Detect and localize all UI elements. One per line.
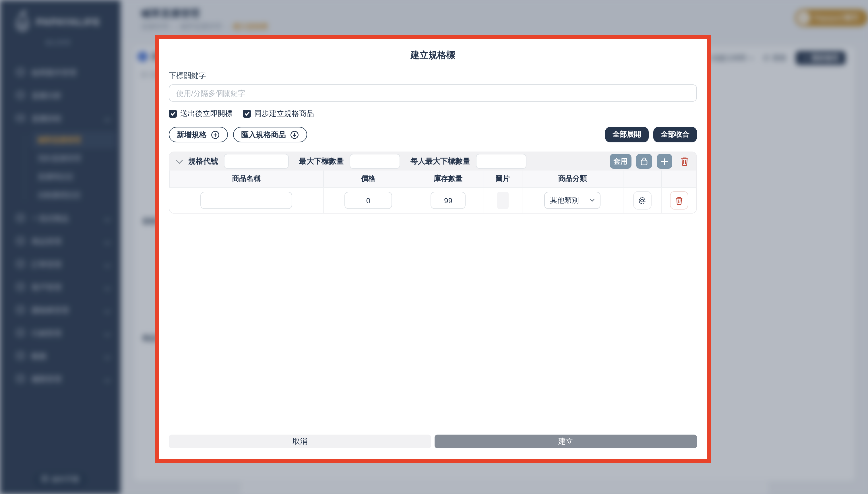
product-name-input[interactable] xyxy=(200,192,292,209)
import-spec-button[interactable]: 匯入規格商品 xyxy=(233,127,307,142)
column-header: 圖片 xyxy=(483,171,522,187)
spec-products-table: 商品名稱價格庫存數量圖片商品分類 其他類別 xyxy=(169,171,696,213)
collapse-all-button[interactable]: 全部收合 xyxy=(653,127,697,142)
spec-block: 規格代號 最大下標數量 每人最大下標數量 套用 xyxy=(169,152,697,213)
add-spec-button[interactable]: 新增規格 xyxy=(169,127,228,142)
column-header: 價格 xyxy=(323,171,413,187)
row-delete-button[interactable] xyxy=(670,191,688,210)
per-user-max-label: 每人最大下標數量 xyxy=(410,156,470,167)
keyword-label: 下標關鍵字 xyxy=(169,71,697,81)
delete-spec-button[interactable] xyxy=(679,157,690,166)
modal-title: 建立規格標 xyxy=(169,50,697,61)
open-bid-checkbox[interactable]: 送出後立即開標 xyxy=(169,109,232,119)
checkbox-checked-icon xyxy=(243,110,251,118)
bag-button[interactable] xyxy=(636,154,652,169)
column-header: 商品分類 xyxy=(522,171,623,187)
per-user-max-input[interactable] xyxy=(476,154,526,169)
plus-icon xyxy=(661,157,668,165)
expand-all-button[interactable]: 全部展開 xyxy=(605,127,649,142)
spec-code-label: 規格代號 xyxy=(188,156,218,167)
checkbox-checked-icon xyxy=(169,110,177,118)
cancel-button[interactable]: 取消 xyxy=(169,435,431,448)
trash-icon xyxy=(680,157,689,166)
max-bid-label: 最大下標數量 xyxy=(299,156,344,167)
price-input[interactable] xyxy=(344,192,392,209)
table-header-row: 商品名稱價格庫存數量圖片商品分類 xyxy=(170,171,696,187)
collapse-chevron-icon[interactable] xyxy=(176,156,183,167)
max-bid-input[interactable] xyxy=(350,154,400,169)
spec-header-row: 規格代號 最大下標數量 每人最大下標數量 套用 xyxy=(169,152,696,171)
spec-code-input[interactable] xyxy=(224,154,289,169)
category-select[interactable]: 其他類別 xyxy=(544,192,601,209)
apply-button[interactable]: 套用 xyxy=(610,154,632,169)
trash-icon xyxy=(675,196,683,205)
image-placeholder[interactable] xyxy=(497,192,508,209)
add-row-button[interactable] xyxy=(657,154,672,169)
create-spec-tag-modal: 建立規格標 下標關鍵字 送出後立即開標 同步建立規格商品 新增規格 xyxy=(155,35,711,463)
column-header xyxy=(661,171,696,187)
download-circle-icon xyxy=(290,130,299,139)
chevron-down-icon xyxy=(590,198,595,202)
keyword-input[interactable] xyxy=(169,84,697,101)
shopping-bag-icon xyxy=(640,157,648,166)
column-header xyxy=(623,171,661,187)
plus-circle-icon xyxy=(211,130,220,139)
gear-icon xyxy=(637,195,647,205)
column-header: 商品名稱 xyxy=(170,171,323,187)
stock-input[interactable] xyxy=(430,192,466,209)
column-header: 庫存數量 xyxy=(413,171,483,187)
create-button[interactable]: 建立 xyxy=(435,435,697,448)
table-row: 其他類別 xyxy=(170,187,696,213)
row-settings-button[interactable] xyxy=(633,191,651,210)
sync-product-checkbox[interactable]: 同步建立規格商品 xyxy=(243,109,314,119)
